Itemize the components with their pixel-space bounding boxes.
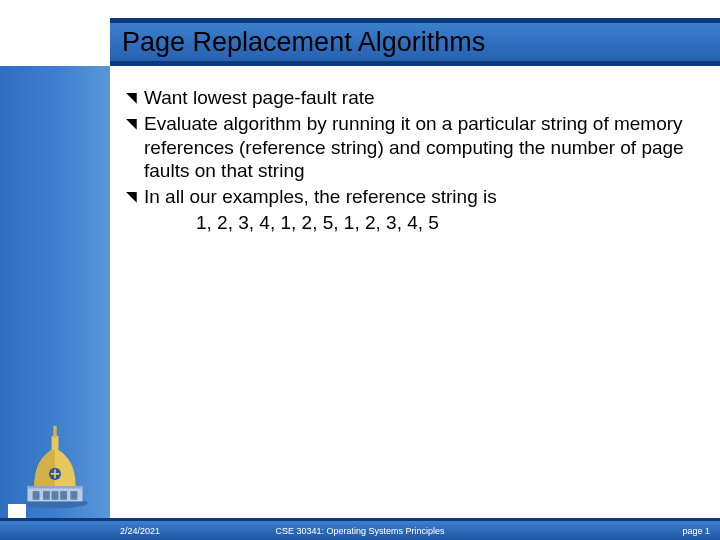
slide-body: ◥ Want lowest page-fault rate ◥ Evaluate…: [126, 86, 696, 235]
dome-icon: [12, 424, 98, 510]
corner-block: [8, 504, 26, 518]
svg-rect-6: [60, 491, 67, 500]
arrow-icon: ◥: [126, 86, 144, 110]
arrow-icon: ◥: [126, 112, 144, 183]
bullet-item: ◥ Evaluate algorithm by running it on a …: [126, 112, 696, 183]
slide-title: Page Replacement Algorithms: [110, 27, 485, 58]
svg-rect-3: [33, 491, 40, 500]
svg-rect-8: [52, 436, 59, 450]
footer-date: 2/24/2021: [120, 526, 160, 536]
title-bar: Page Replacement Algorithms: [110, 18, 720, 66]
footer-page: page 1: [682, 526, 710, 536]
title-left-spacer: [0, 18, 110, 66]
arrow-icon: ◥: [126, 185, 144, 209]
svg-rect-9: [53, 426, 56, 438]
svg-rect-7: [70, 491, 77, 500]
footer-bar: 2/24/2021 CSE 30341: Operating Systems P…: [0, 518, 720, 540]
bullet-text: In all our examples, the reference strin…: [144, 185, 696, 209]
bullet-item: ◥ Want lowest page-fault rate: [126, 86, 696, 110]
svg-rect-4: [43, 491, 50, 500]
svg-rect-2: [27, 486, 82, 489]
bullet-text: Evaluate algorithm by running it on a pa…: [144, 112, 696, 183]
reference-string: 1, 2, 3, 4, 1, 2, 5, 1, 2, 3, 4, 5: [126, 211, 696, 235]
footer-course: CSE 30341: Operating Systems Principles: [275, 526, 444, 536]
bullet-text: Want lowest page-fault rate: [144, 86, 696, 110]
dome-logo: [12, 424, 98, 510]
svg-rect-5: [52, 491, 59, 500]
bullet-item: ◥ In all our examples, the reference str…: [126, 185, 696, 209]
